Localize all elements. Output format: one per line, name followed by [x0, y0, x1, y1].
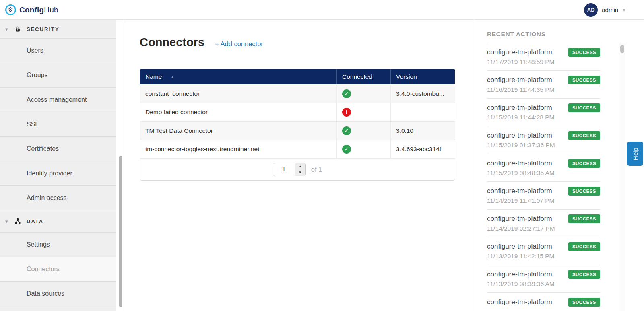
main-content: Connectors + Add connector Name ▲ Connec…: [125, 20, 474, 311]
connector-name: tm-connector-toggles-next.trendminer.net: [140, 140, 337, 158]
recent-action-item[interactable]: configure-tm-platform 11/14/2019 02:27:1…: [487, 210, 600, 237]
status-badge: SUCCESS: [568, 131, 600, 140]
page-number-input[interactable]: [273, 163, 295, 176]
sidebar-section-label: SECURITY: [27, 26, 60, 32]
connector-version: [391, 103, 455, 121]
sidebar-item-admin-access[interactable]: Admin access: [0, 186, 116, 210]
status-badge: SUCCESS: [568, 242, 600, 251]
action-timestamp: 11/13/2019 08:39:36 AM: [487, 280, 600, 288]
app-logo[interactable]: ⚙ ConfigHub: [0, 0, 59, 20]
connection-status-icon: [342, 145, 351, 154]
sidebar-scrollbar[interactable]: [119, 156, 122, 307]
table-pagination: ▲ ▼ of 1: [140, 158, 455, 180]
avatar: AD: [584, 3, 598, 17]
help-tab[interactable]: Help: [627, 142, 643, 166]
chevron-down-icon: ▾: [5, 26, 8, 32]
recent-action-item[interactable]: configure-tm-platform 11/17/2019 11:48:5…: [487, 43, 600, 71]
table-row[interactable]: constant_connector 3.4.0-custombu...: [140, 84, 455, 103]
table-row[interactable]: Demo failed connector: [140, 103, 455, 121]
recent-action-item[interactable]: configure-tm-platform 11/14/2019 11:41:0…: [487, 182, 600, 210]
panel-scrollbar-track[interactable]: [619, 43, 625, 311]
sidebar-item-settings[interactable]: Settings: [0, 233, 116, 257]
sidebar: ▾ SECURITY Users Groups Access managemen…: [0, 20, 116, 311]
username: admin: [602, 6, 618, 13]
connector-version: 3.4.693-abc314f: [391, 140, 455, 158]
sort-asc-icon: ▲: [171, 75, 174, 79]
status-badge: SUCCESS: [568, 298, 600, 307]
action-timestamp: 11/15/2019 01:37:36 PM: [487, 141, 600, 149]
recent-actions-panel: RECENT ACTIONS configure-tm-platform 11/…: [474, 20, 644, 311]
status-badge: SUCCESS: [568, 48, 600, 57]
chevron-down-icon: ▾: [5, 218, 8, 224]
status-badge: SUCCESS: [568, 76, 600, 84]
recent-action-item[interactable]: configure-tm-platform 11/15/2019 08:48:3…: [487, 154, 600, 182]
connector-name: constant_connector: [140, 84, 337, 103]
stepper-up-icon[interactable]: ▲: [295, 163, 305, 170]
recent-action-item[interactable]: configure-tm-platform 11/15/2019 11:44:2…: [487, 99, 600, 126]
action-timestamp: 11/16/2019 11:44:35 PM: [487, 86, 600, 93]
stepper-down-icon[interactable]: ▼: [295, 169, 305, 176]
user-menu[interactable]: AD admin ▼: [584, 0, 626, 20]
sidebar-item-groups[interactable]: Groups: [0, 63, 116, 88]
connection-status-icon: [342, 108, 351, 117]
page-stepper: ▲ ▼: [295, 163, 305, 176]
recent-actions-title: RECENT ACTIONS: [487, 31, 546, 37]
column-header-name[interactable]: Name ▲: [140, 69, 337, 84]
sidebar-item-identity-provider[interactable]: Identity provider: [0, 161, 116, 186]
recent-action-item[interactable]: configure-tm-platform 11/15/2019 01:37:3…: [487, 126, 600, 154]
table-row[interactable]: tm-connector-toggles-next.trendminer.net…: [140, 140, 455, 158]
top-bar: ⚙ ConfigHub AD admin ▼: [0, 0, 644, 20]
gear-icon: ⚙: [5, 4, 16, 15]
connector-version: 3.0.10: [391, 122, 455, 140]
connector-name: Demo failed connector: [140, 103, 337, 121]
sidebar-item-access-management[interactable]: Access management: [0, 88, 116, 112]
action-timestamp: 11/14/2019 02:27:17 PM: [487, 224, 600, 232]
add-connector-button[interactable]: + Add connector: [215, 40, 263, 48]
connectors-table: Name ▲ Connected Version constant_connec…: [140, 69, 455, 181]
page-title: Connectors: [140, 36, 204, 49]
table-header: Name ▲ Connected Version: [140, 69, 455, 84]
chevron-down-icon: ▼: [622, 8, 626, 12]
recent-action-item[interactable]: configure-tm-platform 11/13/2019 08:39:3…: [487, 265, 600, 293]
page-count-label: of 1: [311, 166, 322, 173]
panel-scrollbar-thumb[interactable]: [620, 45, 624, 53]
sidebar-section-security[interactable]: ▾ SECURITY: [0, 20, 116, 39]
status-badge: SUCCESS: [568, 103, 600, 112]
connector-name: TM Test Data Connector: [140, 122, 337, 140]
action-timestamp: 11/13/2019 11:42:15 PM: [487, 252, 600, 260]
sidebar-item-data-sources[interactable]: Data sources: [0, 282, 116, 306]
column-header-connected[interactable]: Connected: [337, 69, 391, 84]
table-row[interactable]: TM Test Data Connector 3.0.10: [140, 121, 455, 140]
action-timestamp: 11/15/2019 08:48:35 AM: [487, 169, 600, 177]
sidebar-item-users[interactable]: Users: [0, 39, 116, 63]
connection-status-icon: [342, 89, 351, 98]
status-badge: SUCCESS: [568, 187, 600, 196]
sidebar-section-data[interactable]: ▾ DATA: [0, 210, 116, 233]
action-timestamp: 11/17/2019 11:48:59 PM: [487, 58, 600, 66]
connector-version: 3.4.0-custombu...: [391, 84, 455, 103]
sidebar-item-ssl[interactable]: SSL: [0, 112, 116, 137]
recent-action-item[interactable]: configure-tm-platform SUCCESS: [487, 293, 600, 311]
action-timestamp: 11/15/2019 11:44:28 PM: [487, 113, 600, 121]
help-tab-label: Help: [632, 148, 638, 160]
connection-status-icon: [342, 126, 351, 135]
status-badge: SUCCESS: [568, 159, 600, 168]
sidebar-section-label: DATA: [27, 218, 43, 224]
app-title: ConfigHub: [19, 6, 58, 14]
column-header-version[interactable]: Version: [391, 69, 455, 84]
recent-action-item[interactable]: configure-tm-platform 11/13/2019 11:42:1…: [487, 237, 600, 265]
sidebar-item-connectors[interactable]: Connectors: [0, 257, 116, 282]
recent-action-item[interactable]: configure-tm-platform 11/16/2019 11:44:3…: [487, 71, 600, 99]
action-timestamp: 11/14/2019 11:41:07 PM: [487, 197, 600, 204]
lock-icon: [14, 26, 21, 32]
sidebar-item-certificates[interactable]: Certificates: [0, 137, 116, 161]
status-badge: SUCCESS: [568, 270, 600, 279]
status-badge: SUCCESS: [568, 214, 600, 223]
hierarchy-icon: [14, 218, 21, 224]
